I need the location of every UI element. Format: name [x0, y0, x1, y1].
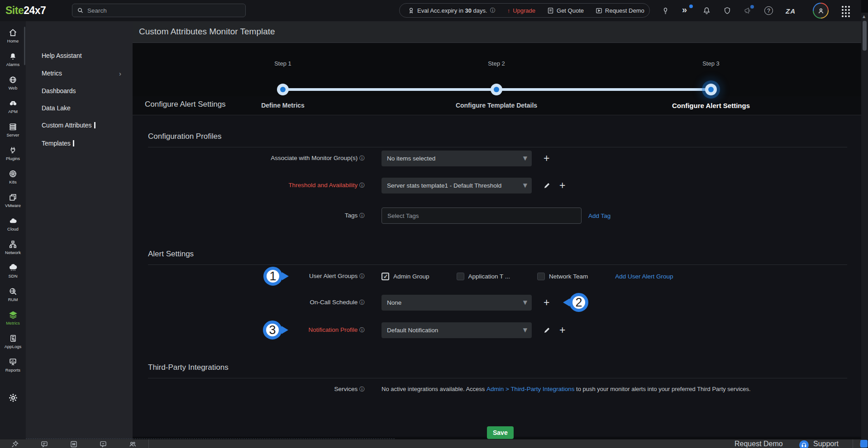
- support-headset-icon[interactable]: [799, 440, 809, 448]
- sidebar-item-server[interactable]: Server: [0, 123, 26, 137]
- shield-icon[interactable]: [723, 6, 732, 15]
- info-icon[interactable]: ⓘ: [359, 212, 365, 219]
- sidebar-item-k8s[interactable]: K8s: [0, 170, 26, 184]
- save-button[interactable]: Save: [487, 426, 514, 439]
- add-notification-profile-button[interactable]: +: [559, 325, 565, 335]
- request-demo-button[interactable]: Request Demo: [596, 7, 644, 14]
- add-user-alert-group-link[interactable]: Add User Alert Group: [615, 273, 673, 280]
- threshold-label: Threshold and Availability: [288, 182, 358, 189]
- search-input[interactable]: [87, 7, 241, 14]
- pin-icon[interactable]: [11, 440, 19, 448]
- chat-icon[interactable]: [41, 440, 48, 448]
- edit-notification-profile-button[interactable]: [544, 327, 550, 334]
- notification-profile-label: Notification Profile: [308, 326, 358, 333]
- info-icon[interactable]: ⓘ: [359, 273, 365, 279]
- monitor-groups-select[interactable]: No items selected▼: [382, 151, 532, 166]
- add-on-call-schedule-button[interactable]: +: [544, 298, 549, 307]
- sidebar-item-sdn[interactable]: SDN: [0, 264, 26, 278]
- add-threshold-button[interactable]: +: [559, 181, 565, 190]
- sidebar-item-data-lake[interactable]: Data Lake: [26, 101, 133, 115]
- get-quote-button[interactable]: Get Quote: [547, 7, 584, 14]
- scroll-up-arrow[interactable]: ▲: [863, 14, 865, 19]
- scroll-corner-button[interactable]: [860, 440, 868, 448]
- eval-expiry[interactable]: Eval Acc.expiry in 30 days. ⓘ: [408, 7, 496, 14]
- support-button[interactable]: Support: [813, 440, 839, 448]
- upgrade-button[interactable]: ↑Upgrade: [507, 7, 535, 14]
- sidebar-item-rum[interactable]: RUM: [0, 287, 26, 302]
- admin-settings-button[interactable]: [0, 393, 26, 403]
- edit-threshold-button[interactable]: [544, 182, 550, 189]
- callout-1: 1: [263, 267, 282, 286]
- globe-icon: [9, 75, 17, 84]
- sidebar-item-apm[interactable]: APM: [0, 99, 26, 114]
- threshold-select[interactable]: Server stats template1 - Default Thresho…: [382, 178, 532, 193]
- info-icon[interactable]: ⓘ: [359, 327, 365, 333]
- up-arrow-icon: ↑: [507, 7, 510, 14]
- add-monitor-group-button[interactable]: +: [544, 154, 549, 163]
- sidebar-item-cloud[interactable]: Cloud: [0, 217, 26, 231]
- checkbox-application-team[interactable]: Application T ...: [457, 273, 510, 280]
- play-video-icon: [596, 7, 602, 14]
- megaphone-icon[interactable]: [744, 6, 753, 15]
- scrollbar-thumb[interactable]: [863, 21, 867, 51]
- sidebar-item-applogs[interactable]: AppLogs: [0, 334, 26, 349]
- layers-squares-icon: [9, 193, 17, 202]
- add-tag-link[interactable]: Add Tag: [588, 212, 610, 219]
- info-icon[interactable]: ⓘ: [359, 299, 365, 306]
- double-chevron-icon[interactable]: »: [682, 5, 691, 14]
- sidebar-item-network[interactable]: Network: [0, 240, 26, 255]
- bell-icon[interactable]: [702, 6, 711, 15]
- services-message: No active integrations available. Access…: [382, 386, 751, 392]
- user-alert-groups-row: User Alert Groups ⓘ Admin Group Applicat…: [133, 268, 847, 284]
- channels-icon[interactable]: [70, 440, 78, 448]
- apps-grid-icon[interactable]: [842, 6, 850, 17]
- third-party-integrations-heading: Third-Party Integrations: [148, 363, 847, 378]
- checkbox-admin-group[interactable]: Admin Group: [382, 273, 429, 280]
- lightbulb-icon[interactable]: [661, 6, 670, 15]
- callout-3: 3: [263, 321, 282, 340]
- sidebar-item-home[interactable]: Home: [0, 28, 26, 43]
- admin-integrations-link[interactable]: Admin > Third-Party Integrations: [486, 386, 574, 392]
- sidebar-item-alarms[interactable]: Alarms: [0, 52, 26, 67]
- notification-profile-select[interactable]: Default Notification▼: [382, 322, 532, 338]
- sidebar-item-metrics[interactable]: Metrics: [0, 311, 26, 325]
- sidebar-item-vmware[interactable]: VMware: [0, 193, 26, 208]
- info-icon[interactable]: ⓘ: [359, 155, 365, 161]
- gear-icon: [8, 393, 18, 403]
- sidebar-item-reports[interactable]: Reports: [0, 358, 26, 373]
- site24x7-logo[interactable]: Site24x7: [5, 5, 46, 17]
- tags-input[interactable]: [387, 212, 576, 219]
- sidebar-item-plugins[interactable]: Plugins: [0, 146, 26, 161]
- sidebar-item-help-assistant[interactable]: Help Assistant: [26, 49, 133, 62]
- bell-icon: [9, 52, 17, 61]
- info-icon[interactable]: ⓘ: [359, 386, 365, 392]
- on-call-schedule-select[interactable]: None▼: [382, 295, 532, 311]
- help-icon[interactable]: ?: [764, 6, 773, 15]
- contacts-icon[interactable]: [129, 440, 137, 448]
- info-icon[interactable]: ⓘ: [359, 182, 365, 189]
- global-search[interactable]: [72, 4, 246, 17]
- sidebar-item-metrics[interactable]: Metrics›: [26, 66, 133, 80]
- presentation-icon: [9, 358, 17, 366]
- sidebar-item-web[interactable]: Web: [0, 75, 26, 90]
- step2-circle[interactable]: [491, 84, 502, 95]
- checkbox-checked-icon: [382, 273, 389, 280]
- sidebar-item-dashboards[interactable]: Dashboards: [26, 84, 133, 98]
- step1-name: Define Metrics: [261, 102, 305, 109]
- sidebar-item-templates[interactable]: Templates: [26, 137, 133, 150]
- vertical-scrollbar[interactable]: ▲: [861, 13, 868, 448]
- step1-circle[interactable]: [277, 84, 289, 95]
- globe-magnifier-icon: [9, 287, 17, 296]
- sidebar-item-custom-attributes[interactable]: Custom Attributes: [26, 118, 133, 132]
- account-pill: Eval Acc.expiry in 30 days. ⓘ ↑Upgrade G…: [399, 3, 650, 18]
- comment-icon[interactable]: [100, 440, 107, 448]
- checkbox-network-team[interactable]: Network Team: [537, 273, 588, 280]
- step3-circle[interactable]: [705, 84, 717, 95]
- zia-logo[interactable]: ZA: [786, 7, 795, 16]
- checkbox-icon: [457, 273, 464, 280]
- main-content: Custom Attributes Monitor Template Step …: [133, 21, 868, 448]
- request-demo-button[interactable]: Request Demo: [734, 440, 783, 448]
- info-icon[interactable]: ⓘ: [490, 7, 496, 14]
- sdn-cloud-icon: [9, 264, 18, 272]
- user-avatar[interactable]: [813, 3, 829, 19]
